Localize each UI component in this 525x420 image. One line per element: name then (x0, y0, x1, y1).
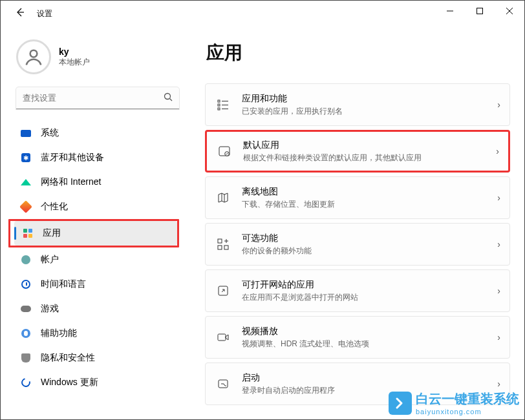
sidebar-item-apps[interactable]: 应用 (14, 221, 177, 246)
sidebar-item-label: 应用 (43, 227, 61, 239)
sidebar-item-privacy[interactable]: 隐私和安全性 (12, 346, 195, 370)
gamepad-icon (20, 306, 32, 312)
search-icon (164, 92, 173, 104)
share-icon (215, 284, 231, 297)
chevron-right-icon: › (497, 379, 500, 389)
sidebar-item-label: 网络和 Internet (41, 176, 101, 188)
card-apps-for-websites[interactable]: 可打开网站的应用 在应用而不是浏览器中打开的网站 › (205, 269, 510, 312)
card-subtitle: 视频调整、HDR 流式处理、电池选项 (242, 339, 497, 350)
sidebar-item-windows-update[interactable]: Windows 更新 (12, 370, 195, 395)
highlight-box-apps: 应用 (8, 219, 179, 247)
card-title: 可选功能 (242, 233, 497, 244)
user-account-type: 本地帐户 (59, 57, 90, 68)
svg-rect-9 (218, 104, 220, 106)
sidebar-item-label: 系统 (41, 127, 59, 139)
sidebar-item-time-language[interactable]: 时间和语言 (12, 272, 195, 297)
card-startup[interactable]: 启动 登录时自动启动的应用程序 › (205, 362, 510, 405)
card-optional-features[interactable]: 可选功能 你的设备的额外功能 › (205, 223, 510, 266)
chevron-right-icon: › (497, 193, 500, 203)
card-subtitle: 在应用而不是浏览器中打开的网站 (242, 292, 497, 303)
card-title: 默认应用 (243, 140, 496, 151)
sidebar-item-bluetooth[interactable]: ✱ 蓝牙和其他设备 (12, 145, 195, 170)
svg-rect-23 (218, 334, 226, 341)
svg-rect-1 (477, 8, 483, 14)
sidebar-item-label: 帐户 (41, 254, 59, 266)
card-video-playback[interactable]: 视频播放 视频调整、HDR 流式处理、电池选项 › (205, 316, 510, 359)
sidebar-item-system[interactable]: 系统 (12, 121, 195, 145)
sidebar-item-accessibility[interactable]: 辅助功能 (12, 321, 195, 346)
settings-cards: 应用和功能 已安装的应用，应用执行别名 › 默认应用 根据文件和链接种类设置的默… (205, 83, 510, 405)
card-subtitle: 根据文件和链接种类设置的默认应用，其他默认应用 (243, 152, 496, 163)
card-offline-maps[interactable]: 离线地图 下载、存储位置、地图更新 › (205, 176, 510, 219)
card-apps-features[interactable]: 应用和功能 已安装的应用，应用执行别名 › (205, 83, 510, 126)
grid-plus-icon (215, 238, 231, 251)
search-input[interactable] (16, 87, 179, 109)
update-icon (20, 378, 32, 387)
svg-rect-17 (218, 239, 222, 243)
sidebar-item-label: 游戏 (41, 303, 59, 315)
svg-point-5 (165, 94, 171, 100)
page-title: 应用 (206, 41, 510, 65)
user-box[interactable]: ky 本地帐户 (12, 32, 195, 87)
video-icon (215, 331, 231, 344)
sidebar-item-label: 时间和语言 (41, 278, 86, 290)
card-subtitle: 登录时自动启动的应用程序 (242, 385, 497, 396)
back-button[interactable] (12, 7, 28, 20)
maximize-button[interactable] (465, 1, 495, 21)
chevron-right-icon: › (497, 100, 500, 110)
clock-icon (20, 280, 32, 289)
chevron-right-icon: › (497, 286, 500, 296)
sidebar-item-accounts[interactable]: 帐户 (12, 247, 195, 272)
card-subtitle: 已安装的应用，应用执行别名 (242, 106, 497, 117)
list-icon (215, 98, 231, 111)
window-title: 设置 (37, 8, 52, 19)
nav: 系统 ✱ 蓝牙和其他设备 网络和 Internet 个性化 应用 (12, 121, 195, 395)
sidebar-item-gaming[interactable]: 游戏 (12, 297, 195, 321)
bluetooth-icon: ✱ (20, 153, 32, 162)
startup-icon (215, 377, 231, 390)
close-button[interactable] (495, 1, 524, 21)
brush-icon (20, 202, 32, 211)
apps-icon (22, 229, 34, 238)
sidebar-item-network[interactable]: 网络和 Internet (12, 170, 195, 194)
avatar (16, 39, 51, 74)
minimize-button[interactable] (435, 1, 465, 21)
card-title: 离线地图 (242, 186, 497, 198)
svg-rect-19 (224, 246, 228, 249)
sidebar-item-label: Windows 更新 (41, 377, 98, 388)
card-title: 可打开网站的应用 (242, 279, 497, 291)
card-subtitle: 下载、存储位置、地图更新 (242, 199, 497, 210)
sidebar-item-label: 个性化 (41, 201, 68, 213)
shield-icon (20, 353, 32, 362)
accessibility-icon (20, 329, 32, 338)
sidebar-item-label: 辅助功能 (41, 328, 77, 339)
chevron-right-icon: › (497, 332, 500, 342)
account-icon (20, 255, 32, 264)
sidebar: ky 本地帐户 系统 ✱ 蓝牙和其他设备 网络和 Internet (1, 26, 195, 419)
svg-point-25 (225, 385, 226, 386)
svg-point-4 (30, 50, 38, 58)
sidebar-item-label: 蓝牙和其他设备 (41, 152, 104, 163)
default-apps-icon (216, 145, 233, 158)
user-name: ky (59, 47, 90, 57)
svg-rect-18 (218, 246, 222, 249)
sidebar-item-personalization[interactable]: 个性化 (12, 194, 195, 219)
card-title: 应用和功能 (242, 93, 497, 105)
chevron-right-icon: › (496, 146, 499, 156)
card-title: 视频播放 (242, 326, 497, 337)
svg-rect-7 (218, 100, 220, 102)
chevron-right-icon: › (497, 239, 500, 249)
svg-line-6 (170, 99, 173, 101)
wifi-icon (20, 179, 32, 185)
card-subtitle: 你的设备的额外功能 (242, 246, 497, 257)
sidebar-item-label: 隐私和安全性 (41, 352, 95, 364)
system-icon (20, 130, 32, 137)
svg-rect-11 (218, 108, 220, 110)
map-icon (215, 191, 231, 204)
card-default-apps[interactable]: 默认应用 根据文件和链接种类设置的默认应用，其他默认应用 › (205, 130, 510, 173)
card-title: 启动 (242, 372, 497, 384)
